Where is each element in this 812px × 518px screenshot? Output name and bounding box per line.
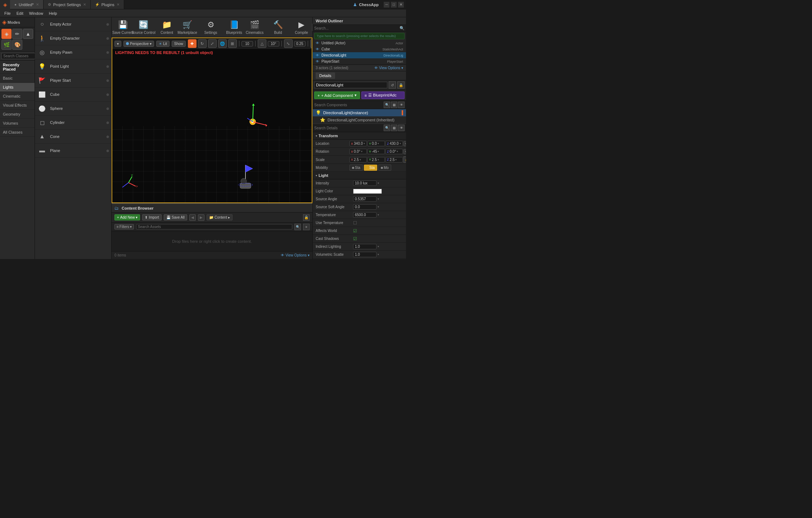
lit-btn[interactable]: ☀ Lit	[156, 41, 170, 47]
show-btn[interactable]: Show	[172, 41, 186, 47]
search-details-input[interactable]	[314, 126, 383, 130]
tab-plugins-close-icon[interactable]: ✕	[117, 3, 119, 6]
search-assets-btn[interactable]: 🔍	[294, 224, 301, 230]
location-z-input[interactable]: Z 430.0 ▾	[385, 141, 403, 146]
details-tab[interactable]: Details	[316, 72, 335, 79]
mobility-stationary-btn[interactable]: Sta	[364, 165, 377, 171]
perspective-btn[interactable]: Perspective ▾	[123, 41, 154, 47]
viewport-dropdown-btn[interactable]: ▾	[114, 41, 121, 47]
tab-untitled[interactable]: ● Untitled* ✕	[10, 0, 44, 9]
content-button[interactable]: 📁 Content	[157, 19, 177, 36]
camera-speed-btn[interactable]: 📷	[310, 39, 312, 48]
angle-input[interactable]	[268, 41, 279, 46]
maximize-button[interactable]: □	[391, 2, 397, 8]
scale-x-input[interactable]: X 2.5 ▾	[349, 157, 367, 162]
scale-y-input[interactable]: Y 2.5 ▾	[367, 157, 385, 162]
scale-z-input[interactable]: Z 2.5 ▾	[385, 157, 403, 162]
comp-directionallight-instance[interactable]: 💡 DirectionalLight(Instance)	[313, 109, 406, 116]
comp-directionallight-component[interactable]: ⭐ DirectionalLightComponent (Inherited)	[313, 116, 406, 124]
mobility-movable-btn[interactable]: Mo	[378, 165, 391, 171]
compile-button[interactable]: ▶ Compile	[292, 19, 311, 36]
place-item-plane[interactable]: ▬ Plane ⊕	[35, 144, 111, 158]
blueprints-button[interactable]: 📘 Blueprints	[224, 19, 244, 36]
scale-snap-btn[interactable]: ⤡	[284, 39, 293, 48]
place-item-empty-actor[interactable]: ○ Empty Actor ⊕	[35, 17, 111, 31]
cat-volumes[interactable]: Volumes	[0, 119, 35, 128]
tab-project-settings[interactable]: ⚙ Project Settings ✕	[44, 0, 91, 9]
scale-tool-btn[interactable]: ⤢	[208, 39, 217, 48]
place-item-cone[interactable]: ▲ Cone ⊕	[35, 130, 111, 144]
volumetric-scatter-input[interactable]	[353, 252, 376, 257]
wo-view-options-button[interactable]: 👁 View Options ▾	[374, 66, 403, 70]
cat-geometry[interactable]: Geometry	[0, 110, 35, 119]
rotation-reset-btn[interactable]: ↺	[403, 149, 406, 154]
place-item-player-start[interactable]: 🚩 Player Start ⊕	[35, 73, 111, 88]
add-new-button[interactable]: + Add New ▾	[114, 214, 140, 220]
settings-assets-btn[interactable]: ≡	[303, 224, 310, 230]
details-layout-btn[interactable]: ▦	[391, 102, 397, 108]
volumetric-arrow[interactable]: ▾	[378, 253, 379, 256]
scale-input[interactable]	[294, 41, 306, 46]
place-item-empty-character[interactable]: 🚶 Empty Character ⊕	[35, 31, 111, 45]
angle-snap-btn[interactable]: △	[258, 39, 266, 48]
minimize-button[interactable]: ─	[384, 2, 389, 8]
source-angle-input[interactable]	[353, 196, 376, 202]
affects-world-checkbox[interactable]: ☑	[353, 228, 357, 233]
mode-foliage-btn[interactable]: 🌿	[1, 40, 12, 50]
scale-lock-btn[interactable]: 🔒	[403, 156, 406, 163]
place-item-empty-pawn[interactable]: ◎ Empty Pawn ⊕	[35, 45, 111, 59]
menu-window[interactable]: Window	[26, 10, 46, 16]
intensity-input[interactable]	[353, 180, 376, 186]
search-components-input[interactable]	[314, 103, 383, 107]
place-item-cube[interactable]: ⬜ Cube ⊕	[35, 88, 111, 102]
source-soft-arrow[interactable]: ▾	[378, 205, 379, 209]
grid-size-input[interactable]	[242, 41, 253, 46]
filters-button[interactable]: ≡ Filters ▾	[114, 224, 134, 229]
intensity-arrow[interactable]: ▾	[378, 182, 379, 185]
light-color-swatch[interactable]	[353, 189, 382, 194]
search-components-btn[interactable]: 🔍	[384, 102, 390, 108]
actor-name-input[interactable]	[314, 82, 387, 88]
build-button[interactable]: 🔨 Build	[268, 19, 288, 36]
cat-recently-placed[interactable]: Recently Placed	[0, 61, 35, 74]
search-assets-input[interactable]	[136, 224, 292, 229]
source-soft-angle-input[interactable]	[353, 204, 376, 210]
details-visible-btn[interactable]: 👁	[398, 125, 405, 131]
details-grid-btn[interactable]: ▦	[391, 125, 397, 131]
details-eye-btn[interactable]: 👁	[398, 102, 405, 108]
actor-lock-btn[interactable]: 🔒	[397, 81, 405, 89]
indirect-arrow[interactable]: ▾	[378, 245, 379, 248]
world-local-btn[interactable]: 🌐	[218, 39, 227, 48]
rotation-z-input[interactable]: Z 0.0° ▾	[385, 149, 403, 154]
translate-tool-btn[interactable]: ✚	[188, 39, 197, 48]
cat-all-classes[interactable]: All Classes	[0, 128, 35, 137]
temperature-arrow[interactable]: ▾	[378, 213, 379, 216]
place-item-cylinder[interactable]: ◻ Cylinder ⊕	[35, 116, 111, 130]
menu-file[interactable]: File	[1, 10, 14, 16]
cast-shadows-checkbox[interactable]: ☑	[353, 236, 357, 241]
marketplace-button[interactable]: 🛒 Marketplace	[177, 19, 197, 36]
indirect-lighting-input[interactable]	[353, 244, 376, 249]
mode-paint-btn[interactable]: ✏	[12, 29, 22, 39]
import-button[interactable]: ⬆ Import	[142, 214, 161, 220]
cinematics-button[interactable]: 🎬 Cinematics	[245, 19, 265, 36]
tab-plugins[interactable]: ⚡ Plugins ✕	[91, 0, 124, 9]
location-x-input[interactable]: X 340.0 ▾	[349, 141, 367, 146]
wo-item-playerstart[interactable]: 👁 PlayerStart PlayerStart	[313, 58, 406, 64]
temperature-input[interactable]	[353, 212, 376, 218]
light-section-header[interactable]: ▾ Light	[313, 172, 406, 179]
rotate-tool-btn[interactable]: ↻	[198, 39, 207, 48]
mode-select-btn[interactable]: ◈	[1, 29, 12, 39]
nav-back-btn[interactable]: ◀	[189, 214, 196, 221]
wo-item-untitled[interactable]: 👁 Untitled (Actor) Actor	[313, 40, 406, 46]
wo-item-cube[interactable]: 👁 Cube StaticMeshAct	[313, 46, 406, 52]
settings-button[interactable]: ⚙ Settings	[201, 19, 221, 36]
place-item-sphere[interactable]: ⚪ Sphere ⊕	[35, 102, 111, 116]
wo-search-input[interactable]	[314, 26, 399, 30]
nav-forward-btn[interactable]: ▶	[198, 214, 204, 221]
search-details-btn[interactable]: 🔍	[384, 125, 390, 131]
tab-ps-close-icon[interactable]: ✕	[83, 3, 86, 6]
viewport[interactable]: ▾ Perspective ▾ ☀ Lit Show	[112, 37, 312, 203]
add-component-button[interactable]: + + Add Component ▾	[314, 91, 360, 99]
mobility-static-btn[interactable]: Sta	[349, 165, 363, 171]
